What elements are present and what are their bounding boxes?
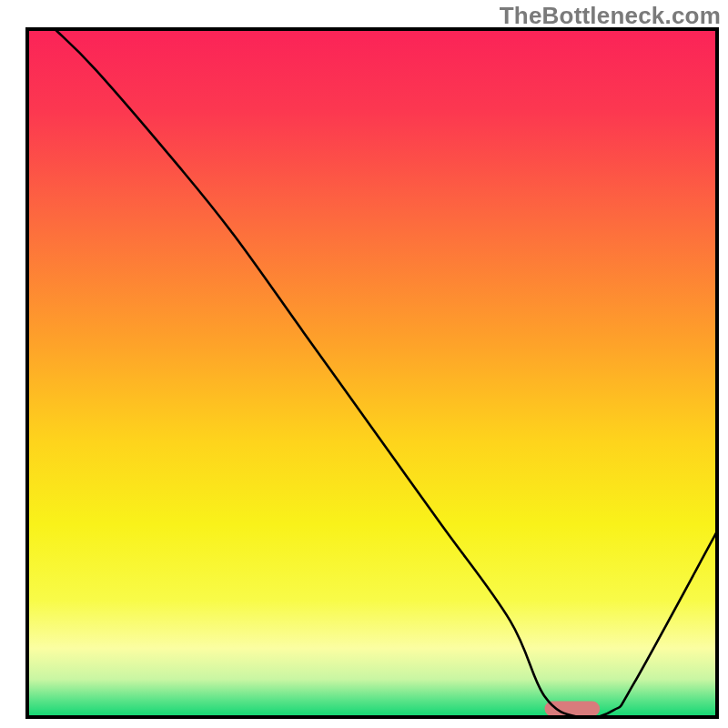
bottleneck-chart — [0, 0, 728, 728]
optimal-range-marker — [545, 702, 601, 717]
plot-background — [27, 29, 717, 717]
watermark-text: TheBottleneck.com — [500, 2, 721, 30]
